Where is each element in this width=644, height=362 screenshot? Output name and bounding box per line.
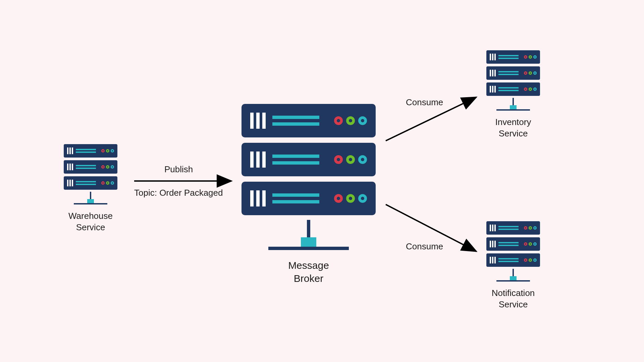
server-stack-icon [486,221,540,282]
server-stack-icon [241,104,376,250]
warehouse-label: Warehouse Service [68,210,113,233]
warehouse-service-node: Warehouse Service [64,144,117,233]
server-stack-icon [486,50,540,111]
notification-label: Notification Service [492,288,535,310]
inventory-service-node: Inventory Service [486,50,540,139]
server-stack-icon [64,144,117,204]
publish-label: Publish [164,164,193,175]
inventory-label: Inventory Service [495,117,531,139]
consume-label-1: Consume [406,97,443,108]
message-broker-node: Message Broker [241,104,376,285]
broker-label: Message Broker [288,259,329,285]
consume-label-2: Consume [406,241,443,252]
notification-service-node: Notification Service [486,221,540,310]
publish-topic-label: Topic: Order Packaged [134,188,223,198]
